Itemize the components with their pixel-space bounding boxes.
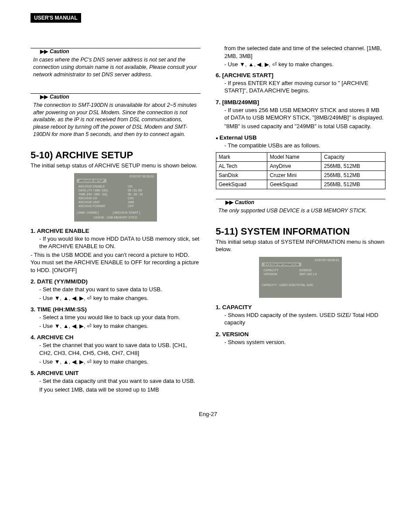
caution-text: The only supported USB DEVICE is a USB M…	[218, 205, 384, 215]
item-title: 1. ARCHIVE ENABLE	[31, 228, 201, 234]
caution-label: Caution	[50, 94, 69, 100]
section-title-system-information: 5-11) SYSTEM INFORMATION	[216, 226, 386, 237]
external-usb-title: External USB	[216, 134, 386, 141]
sc-tab: SYSTEM INFORMATION	[262, 263, 301, 266]
item-time: 3. TIME (HH:MM:SS) - Select a time you w…	[31, 306, 201, 330]
item-line: - Shows HDD capacity of the system. USED…	[225, 311, 386, 327]
item-line: - Use ▼, ▲, ◀, ▶, ⏎ key to make changes.	[39, 358, 201, 366]
item-line: - Use ▼, ▲, ◀, ▶, ⏎ key to make changes.	[39, 322, 201, 330]
sc-timestamp: 07/07/07 00:00:01	[262, 259, 339, 262]
caution-text: In cases where the PC's DNS server addre…	[32, 55, 199, 78]
item-title: 7. [8MB/249MB]	[216, 99, 386, 106]
item-archive-start: 6. [ARCHIVE START] - If press ENTER KEY …	[216, 72, 386, 95]
item-capacity: 1. CAPACITY - Shows HDD capacity of the …	[216, 304, 386, 327]
table-header: Model Name	[267, 152, 321, 161]
item-line: - If you would like to move HDD DATA to …	[39, 235, 201, 250]
item-8mb-249mb: 7. [8MB/249MB] - If user uses 256 MB USB…	[216, 99, 386, 130]
caution-arrow-icon: ▶▶	[40, 94, 48, 100]
caution-label: Caution	[235, 199, 255, 205]
section-intro: The initial setup status of ARCHIVE SETU…	[31, 162, 201, 170]
section-title-archive-setup: 5-10) ARCHIVE SETUP	[31, 150, 201, 161]
right-column: from the selected date and time of the s…	[216, 44, 386, 398]
item-title: 6. [ARCHIVE START]	[216, 72, 386, 78]
item-line: - Shows system version.	[225, 338, 386, 346]
header-label: USER'S MANUAL	[31, 13, 81, 23]
item-line: - Use ▼, ▲, ◀, ▶, ⏎ key to make changes.	[39, 294, 201, 302]
item-line: - This is the USB MODE and you can't rec…	[31, 251, 201, 274]
sc-fields: CAPACITY0/250GB VERSIONSMT-190 1.0	[262, 268, 339, 276]
caution-box-1: ▶▶Caution In cases where the PC's DNS se…	[31, 44, 201, 80]
page-number: Eng-27	[31, 411, 385, 417]
item-line: - If press ENTER KEY after moving cursor…	[225, 79, 386, 95]
caution-box-2: ▶▶Caution The connection to SMT-190DN is…	[31, 90, 201, 140]
item-line: - Select a time you would like to back u…	[39, 314, 201, 321]
sc-tab: ARCHIVE SETUP	[77, 179, 106, 183]
table-header: Mark	[216, 152, 267, 161]
caution-box-usb: ▶▶Caution The only supported USB DEVICE …	[216, 195, 386, 216]
external-usb-intro: - The compatible USBs are as follows.	[225, 142, 386, 150]
item-title: 1. CAPACITY	[216, 304, 386, 310]
item-archive-ch: 4. ARCHIVE CH - Set the channel that you…	[31, 334, 201, 365]
item-line: - If user uses 256 MB USB MEMORY STICK a…	[225, 106, 386, 122]
item-line: "8MB" is used capacity and "249MB" is to…	[225, 123, 386, 130]
item-version: 2. VERSION - Shows system version.	[216, 331, 386, 346]
item-line: - Set the channel that you want to save …	[39, 341, 201, 357]
item-archive-enable: 1. ARCHIVE ENABLE - If you would like to…	[31, 228, 201, 274]
item-title: 4. ARCHIVE CH	[31, 334, 201, 341]
item-line: - Set the date that you want to save dat…	[39, 286, 201, 293]
table-row: SanDiskCruzer Mini256MB, 512MB	[216, 171, 385, 180]
item-title: 2. VERSION	[216, 331, 386, 338]
item-line: If you select 1MB, data will be stored u…	[39, 386, 201, 394]
item-line: - Use ▼, ▲, ◀, ▶, ⏎ key to make changes.	[225, 61, 386, 68]
sc-fields: ARCHIVE ENABLEON DATE (YY / MM / DD)05 /…	[77, 184, 154, 208]
table-header: Capacity	[321, 152, 385, 161]
caution-text: The connection to SMT-190DN is unavailab…	[32, 100, 199, 138]
caution-label: Caution	[50, 48, 69, 55]
item-title: 5. ARCHIVE UNIT	[31, 370, 201, 376]
item-title: 3. TIME (HH:MM:SS)	[31, 306, 201, 313]
sc-timestamp: 07/07/07 00:00:01	[77, 175, 154, 178]
item-archive-unit: 5. ARCHIVE UNIT - Set the data capacity …	[31, 370, 201, 393]
item-line: from the selected date and time of the s…	[225, 44, 386, 60]
caution-arrow-icon: ▶▶	[40, 48, 48, 55]
item-title: 2. DATE (YY/MM/DD)	[31, 278, 201, 285]
table-row: GeekSquadGeekSquad256MB, 512MB	[216, 180, 385, 189]
system-information-screenshot: 07/07/07 00:00:01 SYSTEM INFORMATION CAP…	[259, 257, 342, 298]
archive-setup-screenshot: 07/07/07 00:00:01 ARCHIVE SETUP ARCHIVE …	[74, 173, 157, 222]
section-intro: This initial setup status of SYSTEM INFO…	[216, 238, 386, 253]
table-row: AL TechAnyDrive256MB, 512MB	[216, 161, 385, 171]
caution-arrow-icon: ▶▶	[225, 199, 233, 205]
item-line: - Set the data capacity unit that you wa…	[39, 377, 201, 385]
item-date: 2. DATE (YY/MM/DD) - Set the date that y…	[31, 278, 201, 302]
usb-compatibility-table: Mark Model Name Capacity AL TechAnyDrive…	[216, 152, 386, 189]
left-column: ▶▶Caution In cases where the PC's DNS se…	[31, 44, 201, 398]
